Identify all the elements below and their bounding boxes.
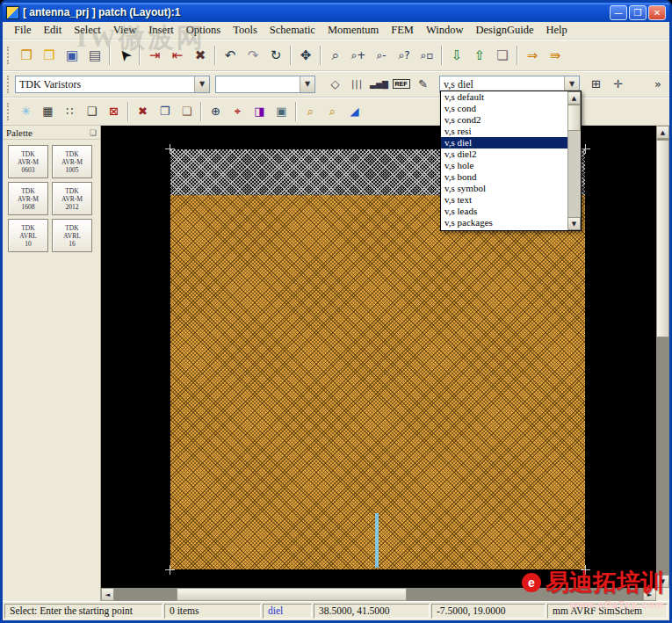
horizontal-scrollbar[interactable]: ◄ ► (101, 588, 656, 601)
toolbar-grip[interactable] (7, 47, 11, 64)
component-filter-combo[interactable]: ▼ (215, 76, 315, 93)
menu-view[interactable]: View (107, 22, 142, 39)
vertical-scrollbar[interactable]: ▲ ▼ (656, 126, 669, 588)
palette-item-avrm-0603[interactable]: TDK AVR-M 0603 (8, 145, 48, 178)
scroll-up-icon[interactable]: ▲ (656, 126, 669, 139)
combo-arrow-icon[interactable]: ▼ (300, 76, 314, 92)
select-cursor-icon[interactable]: ➤ (109, 39, 141, 70)
draw-polygon-icon[interactable]: ◇ (324, 75, 346, 94)
menu-schematic[interactable]: Schematic (264, 22, 322, 39)
copy-items-icon[interactable]: ❐ (154, 102, 176, 121)
menu-tools[interactable]: Tools (227, 22, 264, 39)
insert-port-icon[interactable]: ⇤ (166, 44, 189, 67)
ref-layer-icon[interactable]: REF (390, 75, 412, 94)
dropdown-scroll-up-icon[interactable]: ▲ (567, 91, 581, 105)
component-palette-combo[interactable]: TDK Varistors ▼ (15, 76, 210, 93)
scroll-left-icon[interactable]: ◄ (101, 588, 114, 601)
palette-item-avrm-2012[interactable]: TDK AVR-M 2012 (52, 182, 92, 215)
menu-designguide[interactable]: DesignGuide (470, 22, 540, 39)
menu-window[interactable]: Window (420, 22, 470, 39)
rotate-items-icon[interactable]: ↻ (264, 44, 287, 67)
feed-line[interactable] (375, 513, 379, 568)
toolbar-grip[interactable] (7, 76, 11, 93)
layer-option-symbol[interactable]: v,s symbol (441, 183, 567, 194)
clear-layer-icon[interactable]: ⊠ (103, 102, 125, 121)
menu-options[interactable]: Options (180, 22, 228, 39)
layer-bars-icon[interactable]: ||| (346, 75, 368, 94)
layer-option-diel2[interactable]: v,s diel2 (441, 149, 567, 160)
align-cross-icon[interactable]: ✛ (607, 75, 629, 94)
menu-file[interactable]: File (8, 22, 37, 39)
dropdown-scrollbar[interactable]: ▲ ▼ (567, 91, 581, 230)
title-bar[interactable]: [ antenna_prj ] patch (Layout):1 — ❐ ✕ (3, 3, 669, 22)
palette-header[interactable]: Palette ❏ (3, 126, 100, 140)
delete-selected-icon[interactable]: ✖ (132, 102, 154, 121)
import-design-icon[interactable]: ⇩ (445, 44, 468, 67)
zoom-plus-icon[interactable]: ⊕ (205, 102, 227, 121)
preferences-icon[interactable]: ✳ (15, 102, 37, 121)
layout-canvas[interactable]: ▲ ▼ ◄ ► (101, 126, 669, 601)
insert-pin-icon[interactable]: ⇥ (143, 44, 166, 67)
menu-edit[interactable]: Edit (37, 22, 68, 39)
layer-editor-icon[interactable]: ▣ (271, 102, 293, 121)
layer-option-bond[interactable]: v,s bond (441, 171, 567, 183)
move-items-icon[interactable]: ✥ (294, 44, 317, 67)
zoom-out-icon[interactable]: ⌕- (370, 44, 393, 67)
palette-item-avrm-1005[interactable]: TDK AVR-M 1005 (52, 145, 92, 178)
paste-items-icon[interactable]: ❏ (176, 102, 198, 121)
layer-option-diel-selected[interactable]: v,s diel (441, 137, 567, 149)
layer-option-packages[interactable]: v,s packages (441, 217, 567, 228)
dropdown-scroll-thumb[interactable] (567, 105, 581, 131)
layer-option-text[interactable]: v,s text (441, 194, 567, 206)
layer-option-cond2[interactable]: v,s cond2 (441, 114, 567, 126)
layer-option-cond[interactable]: v,s cond (441, 103, 567, 114)
zoom-in-area-icon[interactable]: ⌕ (324, 44, 347, 67)
save-design-icon[interactable]: ▣ (61, 44, 83, 67)
layer-option-leads[interactable]: v,s leads (441, 206, 567, 217)
find-component-icon[interactable]: ⌕ (300, 102, 322, 121)
new-design-icon[interactable]: ❐ (15, 44, 38, 67)
palette-item-avrl-10[interactable]: TDK AVRL 10 (8, 219, 48, 252)
print-layout-icon[interactable]: ▤ (83, 44, 106, 67)
menu-fem[interactable]: FEM (385, 22, 420, 39)
copy-hierarchy-icon[interactable]: ❏ (491, 44, 514, 67)
menu-select[interactable]: Select (68, 22, 107, 39)
layer-option-resi[interactable]: v,s resi (441, 126, 567, 137)
fill-gradient-icon[interactable]: ◢ (343, 102, 365, 121)
layer-option-hole[interactable]: v,s hole (441, 160, 567, 171)
combo-arrow-icon[interactable]: ▼ (564, 76, 579, 92)
close-button[interactable]: ✕ (648, 5, 666, 20)
origin-marker-icon[interactable]: ⌖ (227, 102, 249, 121)
palette-dock-icon[interactable]: ❏ (90, 128, 97, 137)
maximize-button[interactable]: ❐ (629, 5, 647, 20)
insert-trace-icon[interactable]: ⇒ (521, 44, 544, 67)
menu-help[interactable]: Help (540, 22, 574, 39)
menu-momentum[interactable]: Momentum (322, 22, 385, 39)
delete-items-icon[interactable]: ✖ (189, 44, 212, 67)
palette-item-avrl-16[interactable]: TDK AVRL 16 (52, 219, 92, 252)
grid-pattern-icon[interactable]: ▦ (37, 102, 59, 121)
status-current-layer[interactable]: diel (263, 604, 312, 619)
view-all-icon[interactable]: ⌕▫ (415, 44, 438, 67)
menu-insert[interactable]: Insert (142, 22, 179, 39)
grid-dots-icon[interactable]: ∷ (59, 102, 81, 121)
palette-item-avrm-1608[interactable]: TDK AVR-M 1608 (8, 182, 48, 215)
scroll-right-icon[interactable]: ► (643, 588, 656, 601)
redo-icon[interactable]: ↷ (242, 44, 264, 67)
undo-icon[interactable]: ↶ (219, 44, 242, 67)
open-design-icon[interactable]: ❒ (38, 44, 61, 67)
select-window-icon[interactable]: ❑ (81, 102, 103, 121)
toolbar-grip[interactable] (7, 103, 11, 120)
stack-chart-icon[interactable]: ▃▅▇ (368, 75, 390, 94)
horizontal-scroll-thumb[interactable] (177, 588, 407, 601)
minimize-button[interactable]: — (610, 5, 627, 20)
zoom-selection-icon[interactable]: ⌕? (393, 44, 415, 67)
snap-grid-icon[interactable]: ⊞ (585, 75, 607, 94)
combo-arrow-icon[interactable]: ▼ (194, 76, 209, 92)
vertical-scroll-thumb[interactable] (656, 140, 669, 337)
toolbar-overflow-chevron[interactable]: » (650, 77, 666, 91)
preview-icon[interactable]: ⌕ (322, 102, 343, 121)
export-design-icon[interactable]: ⇧ (468, 44, 491, 67)
copy-to-layer-icon[interactable]: ◨ (249, 102, 271, 121)
dropdown-scroll-down-icon[interactable]: ▼ (567, 217, 581, 230)
